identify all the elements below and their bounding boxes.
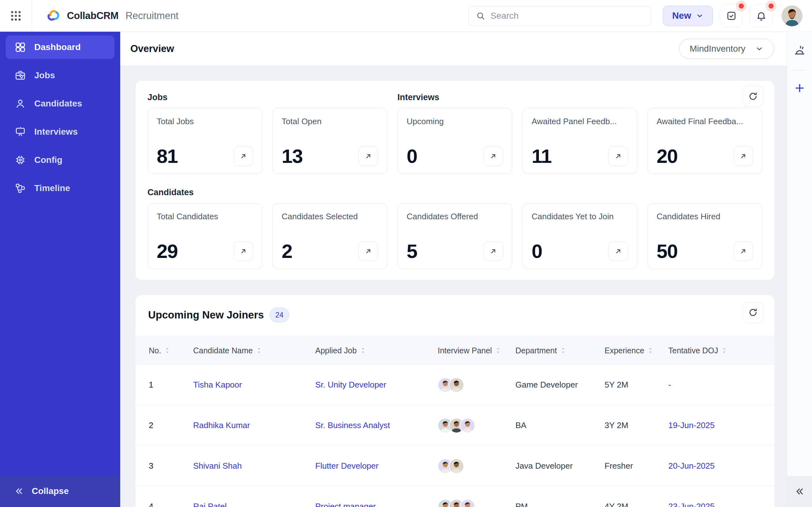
stat-open-button[interactable]: [484, 147, 503, 166]
table-refresh-button[interactable]: [743, 302, 763, 323]
tentative-doj-link[interactable]: 19-Jun-2025: [668, 420, 715, 430]
stat-card-value: 50: [657, 241, 677, 261]
applied-job-link[interactable]: Project manager: [315, 502, 376, 507]
stats-refresh-button[interactable]: [743, 86, 763, 107]
sidebar-nav: Dashboard Jobs Candidates Interviews Con…: [0, 32, 120, 200]
applied-job-link[interactable]: Flutter Developer: [315, 461, 378, 470]
stats-panel: Jobs Total Jobs 81 Total Open 13 Intervi…: [136, 81, 774, 280]
column-header[interactable]: Interview Panel: [438, 346, 515, 355]
sort-icon[interactable]: [561, 347, 565, 354]
stat-open-button[interactable]: [484, 241, 503, 261]
tasks-button[interactable]: [720, 4, 743, 27]
app-launcher-grid-icon[interactable]: [0, 9, 32, 22]
sidebar-item-interviews[interactable]: Interviews: [6, 120, 114, 144]
stat-open-button[interactable]: [608, 241, 628, 261]
add-widget-plus-icon[interactable]: [794, 82, 805, 94]
stat-card-value: 0: [407, 147, 417, 166]
sort-icon[interactable]: [496, 347, 501, 354]
applied-job-link[interactable]: Sr. Business Analyst: [315, 420, 390, 430]
page-header: Overview MindInventory: [120, 32, 787, 66]
cell-experience: 5Y 2M: [605, 380, 668, 390]
sidebar-collapse-button[interactable]: Collapse: [0, 475, 120, 507]
stat-open-button[interactable]: [358, 147, 378, 166]
candidate-name-link[interactable]: Raj Patel: [193, 502, 227, 507]
stat-open-button[interactable]: [733, 147, 753, 166]
sort-icon[interactable]: [257, 347, 261, 354]
tentative-doj-link[interactable]: 20-Jun-2025: [668, 461, 715, 470]
stat-open-button[interactable]: [234, 241, 253, 261]
sidebar-item-config[interactable]: Config: [6, 148, 114, 172]
sidebar-item-jobs[interactable]: Jobs: [6, 64, 114, 87]
sort-icon[interactable]: [361, 347, 365, 354]
stat-open-button[interactable]: [358, 241, 378, 261]
main-content: Overview MindInventory Jobs Total Jobs 8…: [120, 32, 787, 507]
module-name: Recruitment: [125, 10, 179, 21]
search-icon: [476, 11, 485, 20]
global-search[interactable]: [468, 6, 651, 26]
column-header[interactable]: No.: [149, 346, 193, 355]
brand[interactable]: CollabCRM Recruitment: [45, 8, 179, 24]
stat-card-label: Candidates Offered: [407, 212, 503, 222]
applied-job-link[interactable]: Sr. Unity Developer: [315, 380, 386, 389]
panel-member-avatar[interactable]: [460, 418, 475, 433]
chevron-down-icon: [696, 12, 704, 20]
cell-department: Java Developer: [515, 461, 605, 471]
chevron-down-icon: [755, 44, 764, 53]
cell-experience: 3Y 2M: [605, 420, 668, 430]
candidates-icon: [14, 98, 26, 109]
stat-card: Awaited Final Feedba... 20: [647, 108, 762, 174]
stat-card: Candidates Offered 5: [397, 203, 512, 269]
cell-no: 4: [149, 502, 193, 507]
panel-member-avatar[interactable]: [449, 377, 464, 393]
candidate-name-link[interactable]: Shivani Shah: [193, 461, 242, 470]
table-row[interactable]: 4 Raj Patel Project manager PM 4Y 2M 23-…: [136, 487, 774, 507]
stat-open-button[interactable]: [234, 147, 253, 166]
stat-card: Candidates Yet to Join 0: [522, 203, 637, 269]
serving-dish-icon[interactable]: [793, 45, 806, 58]
tentative-doj-link[interactable]: 23-Jun-2025: [668, 502, 715, 507]
panel-member-avatar[interactable]: [449, 458, 464, 474]
cell-no: 3: [149, 461, 193, 471]
rail-divider: [793, 70, 806, 70]
column-header[interactable]: Department: [515, 346, 605, 355]
panel-member-avatar[interactable]: [460, 499, 475, 507]
sidebar-item-candidates[interactable]: Candidates: [6, 92, 114, 115]
column-header[interactable]: Candidate Name: [193, 346, 315, 355]
stat-card: Candidates Hired 50: [647, 203, 762, 269]
stat-card-value: 0: [531, 241, 542, 261]
candidate-name-link[interactable]: Tisha Kapoor: [193, 380, 242, 389]
column-header[interactable]: Applied Job: [315, 346, 438, 355]
table-title: Upcoming New Joiners: [148, 309, 264, 321]
stats-group-label: Jobs: [148, 89, 387, 102]
sort-icon[interactable]: [648, 347, 653, 354]
collapse-right-panel-button[interactable]: [787, 476, 812, 507]
stat-card-label: Candidates Selected: [282, 212, 378, 222]
stat-open-button[interactable]: [608, 147, 628, 166]
candidate-name-link[interactable]: Radhika Kumar: [193, 420, 250, 430]
stat-card-label: Awaited Final Feedba...: [657, 117, 753, 126]
sidebar-item-dashboard[interactable]: Dashboard: [6, 36, 114, 59]
right-rail: [787, 32, 812, 507]
table-row[interactable]: 1 Tisha Kapoor Sr. Unity Developer Game …: [136, 365, 774, 405]
new-button[interactable]: New: [663, 6, 713, 26]
cell-department: PM: [515, 502, 605, 507]
joiners-count-badge: 24: [270, 308, 289, 322]
user-avatar[interactable]: [781, 5, 803, 26]
table-row[interactable]: 3 Shivani Shah Flutter Developer Java De…: [136, 446, 774, 487]
sidebar-item-timeline[interactable]: Timeline: [6, 176, 114, 200]
stats-group-label: Interviews: [397, 89, 762, 102]
interview-panel-avatars: [438, 377, 515, 393]
sort-icon[interactable]: [722, 347, 727, 354]
stat-card-label: Upcoming: [407, 117, 503, 126]
column-header[interactable]: Experience: [605, 346, 668, 355]
sort-icon[interactable]: [165, 347, 170, 354]
tentative-doj-link[interactable]: -: [668, 380, 671, 389]
column-header[interactable]: Tentative DOJ: [668, 346, 761, 355]
search-input[interactable]: [490, 11, 644, 21]
table-row[interactable]: 2 Radhika Kumar Sr. Business Analyst BA …: [136, 405, 774, 446]
notifications-button[interactable]: [750, 4, 773, 27]
workspace-selector[interactable]: MindInventory: [679, 39, 774, 59]
stat-open-button[interactable]: [733, 241, 753, 261]
timeline-icon: [14, 182, 26, 194]
stat-card-label: Candidates Hired: [657, 212, 753, 222]
